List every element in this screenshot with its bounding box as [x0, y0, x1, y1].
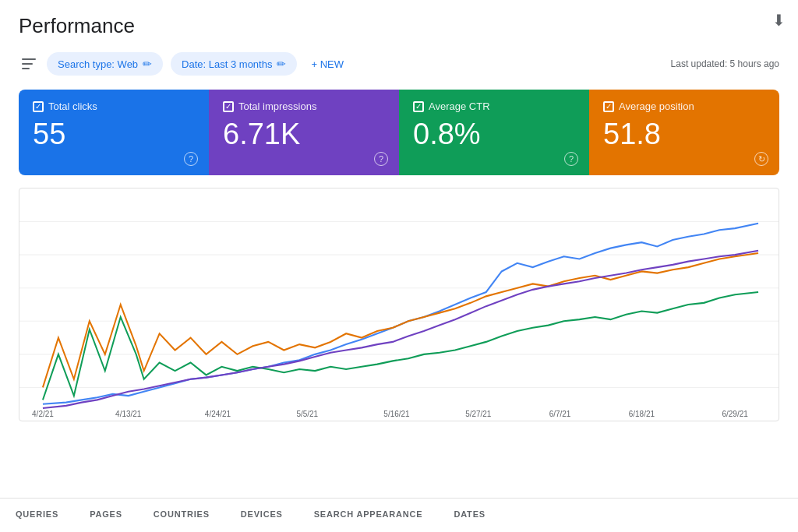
metric-info-position[interactable]: ↻ — [754, 152, 768, 166]
metric-checkbox-position[interactable] — [603, 101, 614, 112]
svg-rect-2 — [22, 68, 30, 69]
metric-header-impressions: Total impressions — [223, 100, 385, 112]
metric-card-total-clicks[interactable]: Total clicks 55 ? — [19, 90, 209, 175]
metrics-row: Total clicks 55 ? Total impressions 6.71… — [19, 90, 779, 175]
metric-value-impressions: 6.71K — [223, 118, 385, 151]
metric-card-average-ctr[interactable]: Average CTR 0.8% ? — [399, 90, 589, 175]
svg-rect-1 — [22, 63, 33, 65]
metric-label-impressions: Total impressions — [238, 100, 316, 112]
metric-card-total-impressions[interactable]: Total impressions 6.71K ? — [209, 90, 399, 175]
metric-label-clicks: Total clicks — [48, 100, 97, 112]
metric-info-impressions[interactable]: ? — [374, 152, 388, 166]
svg-text:6/29/21: 6/29/21 — [722, 409, 747, 417]
search-type-chip[interactable]: Search type: Web ✏ — [47, 52, 163, 76]
date-range-edit-icon: ✏ — [277, 58, 286, 70]
toolbar: Search type: Web ✏ Date: Last 3 months ✏… — [0, 44, 798, 85]
metric-header-ctr: Average CTR — [413, 100, 575, 112]
metric-label-ctr: Average CTR — [429, 100, 490, 112]
metric-checkbox-impressions[interactable] — [223, 101, 234, 112]
metric-card-average-position[interactable]: Average position 51.8 ↻ — [589, 90, 779, 175]
svg-text:4/2/21: 4/2/21 — [32, 409, 54, 417]
chart-svg: 4/2/21 4/13/21 4/24/21 5/5/21 5/16/21 5/… — [19, 188, 779, 421]
chart-area: 4/2/21 4/13/21 4/24/21 5/5/21 5/16/21 5/… — [19, 188, 779, 421]
metric-value-clicks: 55 — [33, 118, 195, 151]
svg-text:5/16/21: 5/16/21 — [383, 409, 409, 417]
header: Performance — [0, 0, 798, 44]
svg-rect-0 — [22, 58, 36, 60]
metric-label-position: Average position — [619, 100, 694, 112]
metric-value-ctr: 0.8% — [413, 118, 575, 151]
filter-icon-button[interactable] — [19, 55, 39, 72]
download-icon[interactable]: ⬇ — [772, 11, 786, 30]
metric-checkbox-clicks[interactable] — [33, 101, 44, 112]
tab-queries[interactable]: QUERIES — [0, 499, 74, 532]
date-range-chip[interactable]: Date: Last 3 months ✏ — [171, 52, 297, 76]
last-updated-text: Last updated: 5 hours ago — [671, 58, 779, 69]
metric-info-ctr[interactable]: ? — [564, 152, 578, 166]
search-type-edit-icon: ✏ — [143, 58, 152, 70]
new-button[interactable]: + NEW — [305, 54, 350, 75]
bottom-tabs: QUERIES PAGES COUNTRIES DEVICES SEARCH A… — [0, 498, 798, 532]
page-wrapper: ⬇ Performance Search type: Web ✏ Date: L… — [0, 0, 798, 532]
date-range-label: Date: Last 3 months — [182, 58, 272, 70]
svg-text:5/5/21: 5/5/21 — [296, 409, 318, 417]
tab-search-appearance[interactable]: SEARCH APPEARANCE — [298, 499, 439, 532]
metric-header-clicks: Total clicks — [33, 100, 195, 112]
svg-text:5/27/21: 5/27/21 — [465, 409, 491, 417]
tab-pages[interactable]: PAGES — [74, 499, 138, 532]
svg-text:4/13/21: 4/13/21 — [115, 409, 141, 417]
page-title: Performance — [19, 14, 779, 38]
metric-value-position: 51.8 — [603, 118, 765, 151]
search-type-label: Search type: Web — [58, 58, 138, 70]
tab-countries[interactable]: COUNTRIES — [138, 499, 225, 532]
metric-checkbox-ctr[interactable] — [413, 101, 424, 112]
svg-text:6/18/21: 6/18/21 — [629, 409, 655, 417]
tab-devices[interactable]: DEVICES — [225, 499, 298, 532]
tab-dates[interactable]: DATES — [438, 499, 500, 532]
metric-info-clicks[interactable]: ? — [184, 152, 198, 166]
svg-text:4/24/21: 4/24/21 — [205, 409, 231, 417]
svg-text:6/7/21: 6/7/21 — [549, 409, 571, 417]
metric-header-position: Average position — [603, 100, 765, 112]
